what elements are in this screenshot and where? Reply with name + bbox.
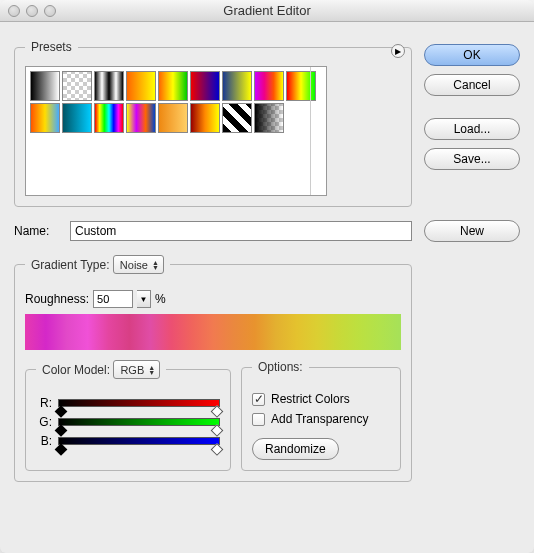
preset-swatch[interactable] bbox=[62, 103, 92, 133]
roughness-label: Roughness: bbox=[25, 292, 89, 306]
load-button[interactable]: Load... bbox=[424, 118, 520, 140]
channel-slider-row: G: bbox=[36, 415, 220, 429]
window-title: Gradient Editor bbox=[0, 3, 534, 18]
preset-swatch[interactable] bbox=[190, 103, 220, 133]
preset-swatch[interactable] bbox=[254, 103, 284, 133]
preset-swatch[interactable] bbox=[30, 103, 60, 133]
restrict-colors-checkbox[interactable]: Restrict Colors bbox=[252, 392, 390, 406]
cancel-button[interactable]: Cancel bbox=[424, 74, 520, 96]
roughness-percent: % bbox=[155, 292, 166, 306]
channel-slider[interactable] bbox=[58, 434, 220, 448]
name-input[interactable] bbox=[70, 221, 412, 241]
checkbox-icon bbox=[252, 393, 265, 406]
color-model-select[interactable]: RGB ▲▼ bbox=[113, 360, 160, 379]
preset-swatch[interactable] bbox=[62, 71, 92, 101]
preset-swatch[interactable] bbox=[222, 71, 252, 101]
add-transparency-checkbox[interactable]: Add Transparency bbox=[252, 412, 390, 426]
roughness-dropdown-icon[interactable]: ▼ bbox=[137, 290, 151, 308]
channel-slider-row: B: bbox=[36, 434, 220, 448]
preset-swatch[interactable] bbox=[126, 103, 156, 133]
new-button[interactable]: New bbox=[424, 220, 520, 242]
channel-slider[interactable] bbox=[58, 415, 220, 429]
preset-swatch[interactable] bbox=[222, 103, 252, 133]
titlebar: Gradient Editor bbox=[0, 0, 534, 22]
preset-swatch[interactable] bbox=[94, 103, 124, 133]
channel-label: G: bbox=[36, 415, 52, 429]
save-button[interactable]: Save... bbox=[424, 148, 520, 170]
presets-flyout-icon[interactable]: ▶ bbox=[391, 44, 405, 58]
channel-slider-row: R: bbox=[36, 396, 220, 410]
presets-legend: Presets bbox=[25, 40, 78, 54]
options-group: Options: Restrict Colors Add Transparenc… bbox=[241, 360, 401, 471]
randomize-button[interactable]: Randomize bbox=[252, 438, 339, 460]
channel-label: R: bbox=[36, 396, 52, 410]
preset-swatch[interactable] bbox=[94, 71, 124, 101]
gradient-preview bbox=[25, 314, 401, 350]
name-label: Name: bbox=[14, 224, 62, 238]
preset-swatch[interactable] bbox=[190, 71, 220, 101]
checkbox-icon bbox=[252, 413, 265, 426]
gradient-editor-window: Gradient Editor Presets ▶ Name: Gradient… bbox=[0, 0, 534, 553]
color-model-legend: Color Model: RGB ▲▼ bbox=[36, 360, 166, 379]
gradient-type-group: Gradient Type: Noise ▲▼ Roughness: ▼ % bbox=[14, 255, 412, 482]
color-model-group: Color Model: RGB ▲▼ R:G:B: bbox=[25, 360, 231, 471]
options-legend: Options: bbox=[252, 360, 309, 374]
presets-box bbox=[25, 66, 327, 196]
roughness-input[interactable] bbox=[93, 290, 133, 308]
presets-scrollbar[interactable] bbox=[310, 67, 326, 195]
channel-label: B: bbox=[36, 434, 52, 448]
preset-swatch[interactable] bbox=[30, 71, 60, 101]
presets-group: Presets ▶ bbox=[14, 40, 412, 207]
channel-slider[interactable] bbox=[58, 396, 220, 410]
preset-swatch[interactable] bbox=[158, 71, 188, 101]
gradient-type-legend: Gradient Type: Noise ▲▼ bbox=[25, 255, 170, 274]
preset-swatch[interactable] bbox=[254, 71, 284, 101]
preset-swatch[interactable] bbox=[126, 71, 156, 101]
preset-swatch[interactable] bbox=[158, 103, 188, 133]
ok-button[interactable]: OK bbox=[424, 44, 520, 66]
gradient-type-select[interactable]: Noise ▲▼ bbox=[113, 255, 164, 274]
select-arrows-icon: ▲▼ bbox=[148, 365, 155, 375]
select-arrows-icon: ▲▼ bbox=[152, 260, 159, 270]
